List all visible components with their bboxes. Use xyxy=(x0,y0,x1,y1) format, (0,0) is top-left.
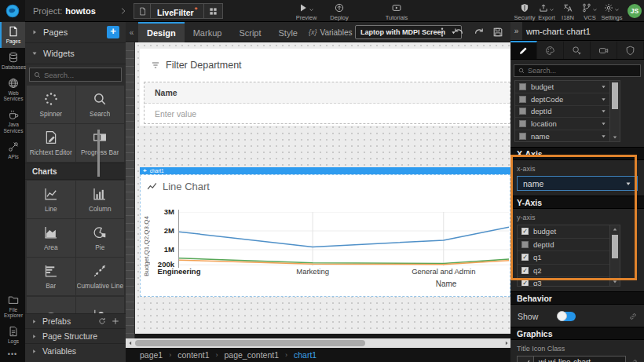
checkbox-q3[interactable]: ✓ xyxy=(521,280,529,287)
widget-tile-column[interactable]: Column xyxy=(76,181,125,218)
tab-markup[interactable]: Markup xyxy=(185,22,231,42)
more-options-icon[interactable] xyxy=(437,27,448,38)
field-row-q1[interactable]: ✓q1 xyxy=(518,251,620,265)
open-page-tab[interactable]: LiveFilter* xyxy=(134,3,223,19)
redo-button[interactable] xyxy=(474,27,485,38)
panel-tab-inspect[interactable] xyxy=(564,41,591,59)
field-row-q3[interactable]: ✓q3 xyxy=(518,277,620,287)
bind-link-icon[interactable] xyxy=(630,359,638,362)
move-handle-icon[interactable]: + xyxy=(143,168,147,174)
rail-item-databases[interactable]: Databases xyxy=(0,48,25,74)
chart-tile-clipped[interactable] xyxy=(27,297,75,313)
add-page-button[interactable]: + xyxy=(107,26,119,38)
breadcrumb-item-page1[interactable]: page1 xyxy=(140,350,163,360)
widget-tile-bar[interactable]: Bar xyxy=(27,258,75,295)
field-row-budget[interactable]: ✓budget xyxy=(518,225,620,239)
panel-tab-security[interactable] xyxy=(617,41,644,59)
section-variables[interactable]: Variables xyxy=(25,343,126,358)
variables-menu[interactable]: {x} Variables xyxy=(309,22,360,42)
field-row-deptCode[interactable]: deptCode xyxy=(515,93,620,106)
expand-panel-button[interactable]: » xyxy=(510,22,522,40)
user-avatar[interactable]: JS xyxy=(628,4,642,18)
checkbox-q1[interactable]: ✓ xyxy=(521,254,529,261)
pages-section-header[interactable]: Pages + xyxy=(25,22,126,43)
properties-search[interactable] xyxy=(514,64,641,77)
tutorials-button[interactable]: Tutorials xyxy=(379,2,414,21)
rail-item-apis[interactable]: APIs xyxy=(0,137,25,163)
panel-tab-styles[interactable] xyxy=(537,41,564,59)
bind-link-icon[interactable] xyxy=(629,313,637,320)
chart-tile-clipped[interactable] xyxy=(76,297,125,313)
section-page-structure[interactable]: Page Structure xyxy=(25,328,126,343)
widget-tile-progress-bar[interactable]: Progress Bar xyxy=(76,124,125,162)
scrollbar-thumb[interactable] xyxy=(612,235,618,258)
widget-tile-spinner[interactable]: Spinner xyxy=(27,86,75,123)
widget-tile-richtext-editor[interactable]: Richtext Editor xyxy=(27,124,75,162)
undo-button[interactable] xyxy=(453,27,464,38)
livefilter-widget[interactable]: Name xyxy=(144,82,510,124)
section-prefabs[interactable]: Prefabs xyxy=(25,313,126,328)
widget-tile-area[interactable]: Area xyxy=(27,219,75,257)
fields-scrollbar[interactable] xyxy=(609,81,620,141)
page-canvas[interactable]: Filter Department Name + chart1 Line xyxy=(135,42,510,334)
scroll-left-button[interactable] xyxy=(126,338,134,348)
x-axis-select[interactable]: name xyxy=(517,176,638,191)
title-icon-class-input[interactable]: wi wi-line-chart xyxy=(534,356,626,362)
widget-tile-cumulative-line[interactable]: Cumulative Line xyxy=(76,258,125,295)
scroll-up-button[interactable] xyxy=(610,225,620,233)
scroll-down-button[interactable] xyxy=(610,278,620,286)
widgets-panel-scrollbar[interactable] xyxy=(97,130,100,177)
field-row-budget[interactable]: budget xyxy=(515,81,620,93)
filter-section[interactable]: Filter Department Name xyxy=(140,49,510,126)
widget-tile-pie[interactable]: Pie xyxy=(76,219,125,257)
field-row-q2[interactable]: ✓q2 xyxy=(518,265,620,278)
field-row-location[interactable]: location xyxy=(515,118,620,130)
panel-tab-device[interactable] xyxy=(591,41,617,59)
rail-item-file-explorer[interactable]: File Explorer xyxy=(0,291,25,323)
preview-button[interactable]: Preview xyxy=(289,2,324,21)
widget-tile-line[interactable]: Line xyxy=(27,181,75,218)
checkbox-deptId[interactable] xyxy=(521,241,529,248)
panel-tab-properties[interactable] xyxy=(510,41,537,59)
pages-grid-icon[interactable] xyxy=(203,4,222,18)
checkbox-deptId[interactable] xyxy=(519,108,526,115)
deploy-button[interactable]: Deploy xyxy=(322,2,357,21)
widget-tile-search[interactable]: Search xyxy=(76,86,125,123)
widget-search[interactable] xyxy=(29,68,122,82)
scrollbar-thumb[interactable] xyxy=(612,82,618,109)
collapse-left-panel-button[interactable]: « xyxy=(126,22,137,42)
scrollbar-thumb[interactable] xyxy=(135,340,365,346)
show-toggle[interactable] xyxy=(558,312,576,321)
settings-button[interactable]: Settings xyxy=(595,2,629,21)
properties-search-input[interactable] xyxy=(528,67,636,75)
breadcrumb-item-content1[interactable]: content1 xyxy=(177,350,209,360)
rail-item-logs[interactable]: Logs xyxy=(0,322,25,348)
field-row-deptId[interactable]: deptId xyxy=(518,239,620,252)
breadcrumb-item-page_content1[interactable]: page_content1 xyxy=(225,350,279,360)
save-button[interactable] xyxy=(492,27,503,38)
checkbox-name[interactable] xyxy=(519,133,526,140)
rail-item-pages[interactable]: Pages xyxy=(0,22,25,48)
name-filter-input[interactable] xyxy=(145,109,510,119)
tab-script[interactable]: Script xyxy=(230,22,269,42)
checkbox-location[interactable] xyxy=(519,120,526,127)
widget-selection-bar[interactable]: + chart1 xyxy=(140,167,510,174)
checkbox-budget[interactable] xyxy=(519,83,526,90)
widget-search-input[interactable] xyxy=(44,71,117,79)
breadcrumb-item-chart1[interactable]: chart1 xyxy=(294,350,317,360)
widgets-section-header[interactable]: Widgets xyxy=(25,43,126,64)
tab-design[interactable]: Design xyxy=(138,22,185,42)
chart-widget[interactable]: + chart1 Line Chart Budget,Q1,Q2,Q3,Q4 3… xyxy=(140,167,510,297)
canvas-horizontal-scrollbar[interactable] xyxy=(126,338,510,348)
rail-item-java-services[interactable]: Java Services xyxy=(0,105,25,137)
rail-item-web-services[interactable]: Web Services xyxy=(0,74,25,106)
checkbox-q2[interactable]: ✓ xyxy=(521,267,529,274)
checkbox-budget[interactable]: ✓ xyxy=(521,228,529,235)
tab-style[interactable]: Style xyxy=(270,22,306,42)
app-logo[interactable] xyxy=(0,0,25,22)
y-axis-scrollbar[interactable] xyxy=(609,225,620,286)
scroll-down-button[interactable] xyxy=(610,133,620,141)
rail-more-button[interactable]: ••• xyxy=(0,348,25,362)
field-row-deptId[interactable]: deptId xyxy=(515,106,620,119)
scroll-right-button[interactable] xyxy=(502,338,510,348)
